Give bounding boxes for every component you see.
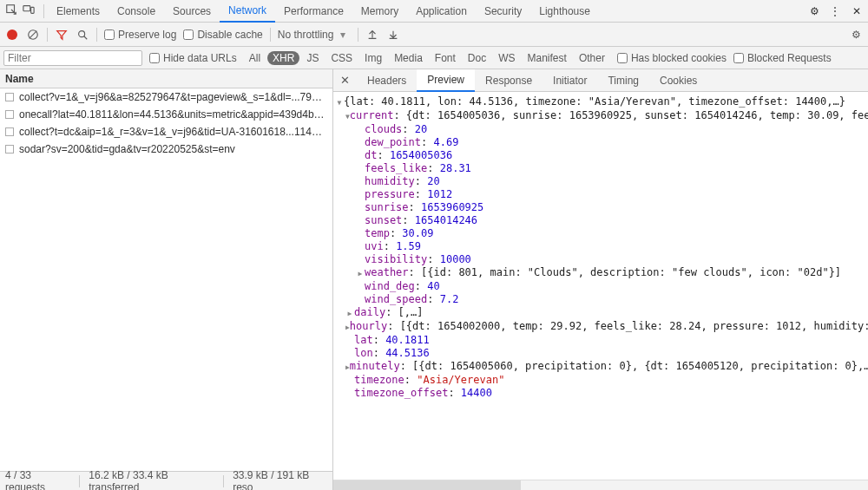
json-property: humidity: 20 [333, 175, 868, 188]
filter-input[interactable] [3, 50, 142, 66]
svg-point-5 [79, 30, 85, 36]
tab-security[interactable]: Security [476, 0, 530, 23]
filter-type-ws[interactable]: WS [493, 51, 520, 65]
close-icon[interactable]: ✕ [845, 5, 868, 17]
blocked-requests-checkbox[interactable]: Blocked Requests [733, 52, 832, 64]
file-icon [5, 145, 14, 154]
settings-gear-icon[interactable]: ⚙ [849, 28, 863, 42]
request-name: onecall?lat=40.1811&lon=44.5136&units=me… [19, 108, 327, 121]
status-transferred: 16.2 kB / 33.4 kB transferred [89, 469, 214, 491]
main-tabs-bar: ElementsConsoleSourcesNetworkPerformance… [0, 0, 868, 23]
tab-console[interactable]: Console [108, 0, 164, 23]
file-icon [5, 127, 14, 136]
download-icon[interactable] [386, 28, 400, 42]
detail-tab-response[interactable]: Response [475, 69, 542, 92]
request-row[interactable]: collect?t=dc&aip=1&_r=3&v=1&_v=j96&tid=U… [0, 123, 332, 140]
gear-icon[interactable]: ⚙ [805, 5, 825, 17]
filter-type-font[interactable]: Font [430, 51, 461, 65]
json-property: dt: 1654005036 [333, 149, 868, 162]
status-bar: 4 / 33 requests 16.2 kB / 33.4 kB transf… [0, 471, 332, 490]
tab-memory[interactable]: Memory [352, 0, 407, 23]
detail-pane: ✕ HeadersPreviewResponseInitiatorTimingC… [333, 69, 868, 490]
inspect-controls [0, 3, 40, 18]
status-resources: 33.9 kB / 191 kB reso [233, 469, 327, 491]
filter-type-manifest[interactable]: Manifest [523, 51, 572, 65]
filter-type-all[interactable]: All [244, 51, 266, 65]
detail-tabs: ✕ HeadersPreviewResponseInitiatorTimingC… [333, 69, 868, 92]
hide-data-urls-checkbox[interactable]: Hide data URLs [149, 52, 237, 64]
tab-elements[interactable]: Elements [48, 0, 108, 23]
request-name: collect?t=dc&aip=1&_r=3&v=1&_v=j96&tid=U… [19, 126, 327, 138]
json-property: visibility: 10000 [333, 253, 868, 266]
tab-sources[interactable]: Sources [164, 0, 220, 23]
upload-icon[interactable] [365, 28, 379, 42]
tab-application[interactable]: Application [407, 0, 476, 23]
name-column-header[interactable]: Name [0, 69, 332, 88]
request-row[interactable]: collect?v=1&_v=j96&a=825279647&t=pagevie… [0, 88, 332, 106]
filter-type-media[interactable]: Media [389, 51, 428, 65]
expand-arrow-icon[interactable] [356, 266, 365, 280]
clear-icon[interactable] [26, 28, 40, 42]
filter-type-doc[interactable]: Doc [463, 51, 491, 65]
filter-bar: Hide data URLs AllXHRJSCSSImgMediaFontDo… [0, 47, 868, 69]
network-toolbar: Preserve log Disable cache No throttling… [0, 23, 868, 47]
json-property: pressure: 1012 [333, 188, 868, 201]
filter-icon[interactable] [55, 28, 69, 42]
filter-type-img[interactable]: Img [359, 51, 387, 65]
svg-rect-1 [23, 6, 30, 11]
json-property: sunset: 1654014246 [333, 214, 868, 227]
disable-cache-checkbox[interactable]: Disable cache [183, 29, 262, 41]
expand-arrow-icon[interactable] [335, 95, 344, 109]
filter-type-js[interactable]: JS [301, 51, 324, 65]
preview-body[interactable]: {lat: 40.1811, lon: 44.5136, timezone: "… [333, 92, 868, 480]
request-row[interactable]: onecall?lat=40.1811&lon=44.5136&units=me… [0, 106, 332, 123]
request-row[interactable]: sodar?sv=200&tid=gda&tv=r20220525&st=env [0, 140, 332, 158]
json-property: feels_like: 28.31 [333, 162, 868, 175]
json-property: uvi: 1.59 [333, 240, 868, 253]
has-blocked-cookies-checkbox[interactable]: Has blocked cookies [617, 52, 727, 64]
filter-type-other[interactable]: Other [574, 51, 610, 65]
request-name: collect?v=1&_v=j96&a=825279647&t=pagevie… [19, 91, 327, 103]
filter-type-xhr[interactable]: XHR [267, 51, 299, 65]
more-icon[interactable]: ⋮ [825, 5, 845, 17]
inspect-icon[interactable] [5, 3, 17, 18]
preserve-log-checkbox[interactable]: Preserve log [104, 29, 176, 41]
detail-tab-headers[interactable]: Headers [357, 69, 417, 92]
svg-line-6 [84, 36, 88, 39]
file-icon [5, 93, 14, 101]
svg-line-4 [30, 30, 37, 38]
requests-pane: Name collect?v=1&_v=j96&a=825279647&t=pa… [0, 69, 333, 490]
detail-tab-timing[interactable]: Timing [597, 69, 649, 92]
search-icon[interactable] [76, 28, 89, 42]
throttling-select[interactable]: No throttling▾ [278, 29, 352, 41]
json-property: clouds: 20 [333, 123, 868, 136]
status-requests: 4 / 33 requests [5, 469, 70, 491]
device-toggle-icon[interactable] [23, 3, 35, 18]
close-detail-icon[interactable]: ✕ [333, 74, 357, 87]
detail-tab-initiator[interactable]: Initiator [542, 69, 597, 92]
record-icon[interactable] [5, 28, 19, 42]
tab-performance[interactable]: Performance [275, 0, 352, 23]
file-icon [5, 110, 14, 119]
json-property: temp: 30.09 [333, 227, 868, 240]
json-property: dew_point: 4.69 [333, 136, 868, 149]
horizontal-scrollbar[interactable] [333, 480, 868, 490]
detail-tab-cookies[interactable]: Cookies [649, 69, 707, 92]
detail-tab-preview[interactable]: Preview [417, 69, 475, 92]
tab-lighthouse[interactable]: Lighthouse [530, 0, 599, 23]
tab-network[interactable]: Network [220, 0, 275, 23]
json-property: sunrise: 1653960925 [333, 201, 868, 214]
svg-rect-2 [31, 7, 35, 13]
request-name: sodar?sv=200&tid=gda&tv=r20220525&st=env [19, 143, 235, 155]
expand-arrow-icon[interactable] [345, 306, 354, 320]
filter-type-css[interactable]: CSS [326, 51, 358, 65]
